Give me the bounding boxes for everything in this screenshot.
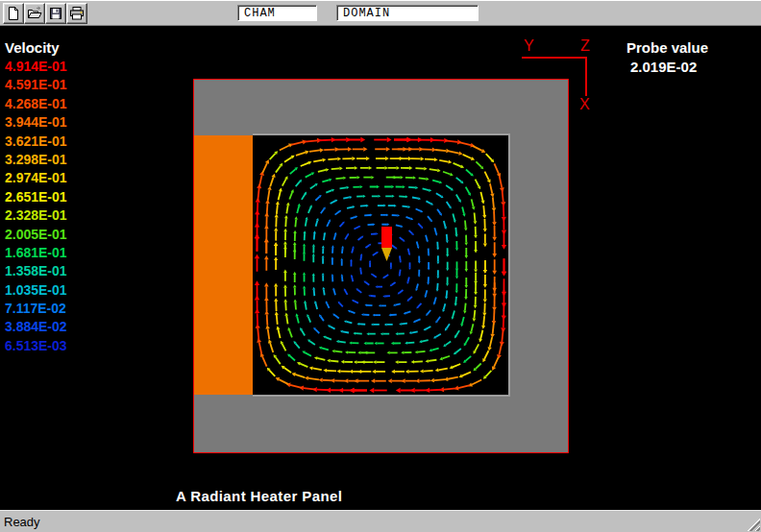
- new-file-button[interactable]: [3, 3, 24, 24]
- probe-label: Probe value: [626, 38, 708, 58]
- floppy-disk-icon: [48, 6, 63, 21]
- status-bar: Ready: [0, 510, 761, 532]
- axis-z-label: Z: [580, 37, 590, 55]
- legend-value: 3.298E-01: [5, 151, 67, 169]
- legend-value: 1.035E-01: [5, 281, 67, 300]
- vector-field-frame: [253, 133, 510, 397]
- probe-readout: Probe value 2.019E-02: [626, 38, 708, 77]
- graphics-viewport: Velocity 4.914E-014.591E-014.268E-013.94…: [0, 26, 761, 510]
- legend-value: 2.651E-01: [5, 188, 67, 206]
- legend-value: 2.974E-01: [5, 169, 67, 187]
- axis-x-label: X: [579, 96, 590, 113]
- domain-field[interactable]: [336, 5, 479, 21]
- plot-region: [193, 79, 569, 453]
- axis-yz-line: [522, 57, 586, 59]
- app-window: { "toolbar": { "buttons": [ { "name": "n…: [0, 0, 761, 532]
- vector-field-canvas[interactable]: [253, 135, 508, 395]
- save-file-button[interactable]: [45, 3, 66, 24]
- legend-value: 6.513E-03: [5, 337, 67, 355]
- toolbar-buttons: [3, 3, 87, 24]
- legend-value: 2.005E-01: [5, 226, 67, 244]
- resize-grip-icon[interactable]: [746, 517, 760, 531]
- axis-y-label: Y: [524, 37, 534, 55]
- printer-icon: [69, 6, 85, 21]
- legend-value: 4.591E-01: [5, 76, 67, 94]
- legend-value: 7.117E-02: [5, 300, 67, 318]
- print-button[interactable]: [66, 3, 87, 24]
- legend-value: 1.681E-01: [5, 244, 67, 262]
- cham-field[interactable]: [237, 5, 317, 21]
- open-file-button[interactable]: [24, 3, 45, 24]
- status-text: Ready: [4, 515, 40, 529]
- legend-title: Velocity: [5, 37, 67, 58]
- legend-value: 3.884E-02: [5, 318, 67, 336]
- probe-value: 2.019E-02: [626, 58, 708, 77]
- open-folder-icon: [27, 6, 42, 21]
- legend-value: 1.358E-01: [5, 262, 67, 280]
- legend-value: 4.268E-01: [5, 95, 67, 113]
- velocity-legend: Velocity 4.914E-014.591E-014.268E-013.94…: [5, 37, 67, 355]
- heater-panel: [194, 135, 253, 395]
- axis-zx-line: [585, 57, 587, 96]
- legend-value: 3.621E-01: [5, 133, 67, 151]
- toolbar: [0, 0, 761, 26]
- legend-value: 2.328E-01: [5, 206, 67, 225]
- legend-value: 4.914E-01: [5, 58, 67, 76]
- legend-values: 4.914E-014.591E-014.268E-013.944E-013.62…: [5, 58, 67, 355]
- legend-value: 3.944E-01: [5, 113, 67, 132]
- plot-caption: A Radiant Heater Panel: [176, 488, 342, 504]
- new-document-icon: [6, 6, 21, 21]
